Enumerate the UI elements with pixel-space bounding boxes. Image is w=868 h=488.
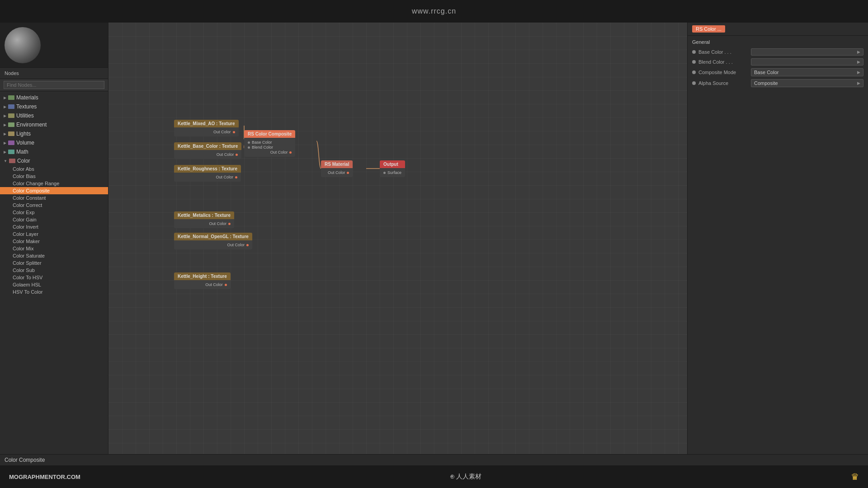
find-nodes-input[interactable]	[4, 81, 104, 89]
prop-label-blend-color: Blend Color . . .	[698, 59, 748, 65]
status-bar: Color Composite	[0, 454, 868, 465]
output-port-kettle-base-color-OutColor[interactable]: Out Color	[178, 152, 238, 157]
node-rs-color-composite[interactable]: RS Color CompositeBase ColorBlend ColorO…	[244, 130, 295, 157]
section-general: General	[692, 39, 863, 45]
output-port-kettle-roughness-OutColor[interactable]: Out Color	[178, 175, 237, 179]
tree-cat-color[interactable]: ▼Color	[0, 156, 108, 165]
input-port-output-Surface[interactable]: Surface	[383, 170, 401, 175]
tree-cat-textures[interactable]: ▶Textures	[0, 102, 108, 111]
node-body-rs-color-composite: Base ColorBlend ColorOut Color	[244, 138, 295, 157]
input-port-rs-color-composite-BaseColor[interactable]: Base Color	[248, 140, 292, 145]
tree-item-color-layer[interactable]: Color Layer	[0, 230, 108, 238]
tree-item-color-change-range[interactable]: Color Change Range	[0, 180, 108, 187]
node-header-kettle-mixed-ao: Kettle_Mixed_AO : Texture	[174, 120, 239, 127]
prop-value-base-color[interactable]: ▶	[751, 48, 863, 56]
node-header-rs-color-composite: RS Color Composite	[244, 130, 295, 138]
right-panel: RS Color ... General Base Color . . .▶Bl…	[687, 23, 868, 454]
node-header-rs-material: RS Material	[321, 160, 353, 168]
watermark: RRCG	[219, 48, 293, 97]
node-name-tag: RS Color ...	[692, 25, 725, 33]
prop-value-blend-color[interactable]: ▶	[751, 58, 863, 66]
node-kettle-normal-opengl[interactable]: Kettle_Normal_OpenGL : TextureOut Color	[174, 233, 252, 249]
nodes-label: Nodes	[0, 68, 108, 79]
node-header-kettle-base-color: Kettle_Base_Color : Texture	[174, 142, 241, 150]
output-port-rs-color-composite-OutColor[interactable]: Out Color	[248, 150, 292, 155]
canvas-area[interactable]: RRCG 人人素材 RRCG 人人素材 RRCG Kettle_Mixed_AO…	[108, 23, 687, 454]
cat-label-volume: Volume	[16, 140, 34, 146]
prop-row-blend-color: Blend Color . . .▶	[692, 58, 863, 66]
tree-item-color-correct[interactable]: Color Correct	[0, 202, 108, 209]
prop-row-composite-mode: Composite ModeBase Color▶	[692, 68, 863, 76]
tree-item-color-saturate[interactable]: Color Saturate	[0, 252, 108, 259]
tree-item-color-invert[interactable]: Color Invert	[0, 223, 108, 230]
node-body-output: Surface	[380, 168, 405, 177]
prop-row-alpha-source: Alpha SourceComposite▶	[692, 79, 863, 87]
node-kettle-mixed-ao[interactable]: Kettle_Mixed_AO : TextureOut Color	[174, 120, 239, 136]
tree-item-color-splitter[interactable]: Color Splitter	[0, 259, 108, 267]
tree-item-color-mix[interactable]: Color Mix	[0, 245, 108, 252]
prop-dot-blend-color	[692, 60, 696, 64]
node-kettle-height[interactable]: Kettle_Height : TextureOut Color	[174, 272, 231, 289]
right-panel-header: RS Color ...	[688, 23, 868, 36]
tree-cat-math[interactable]: ▶Math	[0, 147, 108, 156]
node-body-kettle-base-color: Out Color	[174, 150, 241, 159]
node-header-kettle-roughness: Kettle_Roughness : Texture	[174, 165, 241, 173]
tree-item-color-exp[interactable]: Color Exp	[0, 209, 108, 216]
output-port-kettle-height-OutColor[interactable]: Out Color	[178, 282, 227, 287]
watermark: RRCG	[423, 166, 494, 213]
tree-cat-environment[interactable]: ▶Environment	[0, 120, 108, 129]
node-header-kettle-height: Kettle_Height : Texture	[174, 272, 231, 280]
node-kettle-base-color[interactable]: Kettle_Base_Color : TextureOut Color	[174, 142, 241, 159]
tree-item-color-abs[interactable]: Color Abs	[0, 165, 108, 173]
tree-cat-lights[interactable]: ▶Lights	[0, 129, 108, 138]
node-output[interactable]: OutputSurface	[380, 160, 405, 177]
cat-label-math: Math	[16, 149, 28, 155]
node-kettle-metalics[interactable]: Kettle_Metalics : TextureOut Color	[174, 211, 234, 228]
brand-center: ⊕ 人人素材	[450, 473, 482, 481]
cat-label-textures: Textures	[16, 103, 37, 110]
brand-right: ♛	[851, 471, 859, 482]
tree-item-color-gain[interactable]: Color Gain	[0, 216, 108, 223]
node-header-kettle-normal-opengl: Kettle_Normal_OpenGL : Texture	[174, 233, 252, 240]
status-text: Color Composite	[5, 457, 45, 463]
tree-item-hsv-to-color[interactable]: HSV To Color	[0, 288, 108, 296]
output-port-kettle-normal-opengl-OutColor[interactable]: Out Color	[178, 243, 249, 247]
tree-item-color-constant[interactable]: Color Constant	[0, 194, 108, 202]
prop-row-base-color: Base Color . . .▶	[692, 48, 863, 56]
node-rs-material[interactable]: RS MaterialOut Color	[321, 160, 353, 177]
props-container: Base Color . . .▶Blend Color . . .▶Compo…	[692, 48, 863, 87]
tree-item-color-bias[interactable]: Color Bias	[0, 173, 108, 180]
cat-label-lights: Lights	[16, 131, 31, 137]
prop-dot-base-color	[692, 50, 696, 54]
left-panel: Nodes ▶Materials▶Textures▶Utilities▶Envi…	[0, 23, 108, 454]
node-header-output: Output	[380, 160, 405, 168]
prop-label-base-color: Base Color . . .	[698, 49, 748, 55]
prop-dot-composite-mode	[692, 70, 696, 74]
input-port-rs-color-composite-BlendColor[interactable]: Blend Color	[248, 145, 292, 150]
tree-item-color-to-hsv[interactable]: Color To HSV	[0, 274, 108, 281]
preview-area	[0, 23, 108, 68]
tree-cat-materials[interactable]: ▶Materials	[0, 93, 108, 102]
output-port-kettle-metalics-OutColor[interactable]: Out Color	[178, 221, 231, 226]
watermark: RRCG	[468, 265, 539, 313]
bottom-bar: MOGRAPHMENTOR.COM ⊕ 人人素材 ♛	[0, 465, 868, 488]
cat-label-color: Color	[17, 158, 30, 164]
output-port-rs-material-OutColor[interactable]: Out Color	[325, 170, 349, 175]
cat-label-utilities: Utilities	[16, 113, 34, 119]
prop-value-composite-mode[interactable]: Base Color▶	[751, 68, 863, 76]
node-body-rs-material: Out Color	[321, 168, 353, 177]
output-port-kettle-mixed-ao-OutColor[interactable]: Out Color	[178, 130, 235, 134]
tree-item-color-maker[interactable]: Color Maker	[0, 238, 108, 245]
tree-cat-volume[interactable]: ▶Volume	[0, 138, 108, 147]
site-url: www.rrcg.cn	[412, 7, 456, 15]
cat-label-materials: Materials	[16, 94, 38, 101]
tree-cat-utilities[interactable]: ▶Utilities	[0, 111, 108, 120]
node-kettle-roughness[interactable]: Kettle_Roughness : TextureOut Color	[174, 165, 241, 182]
prop-value-alpha-source[interactable]: Composite▶	[751, 79, 863, 87]
tree-item-color-sub[interactable]: Color Sub	[0, 267, 108, 274]
preview-sphere	[5, 27, 41, 63]
node-body-kettle-metalics: Out Color	[174, 219, 234, 228]
tree-item-color-composite[interactable]: Color Composite	[0, 187, 108, 194]
tree-item-golaem-hsl[interactable]: Golaem HSL	[0, 281, 108, 288]
prop-dot-alpha-source	[692, 81, 696, 85]
